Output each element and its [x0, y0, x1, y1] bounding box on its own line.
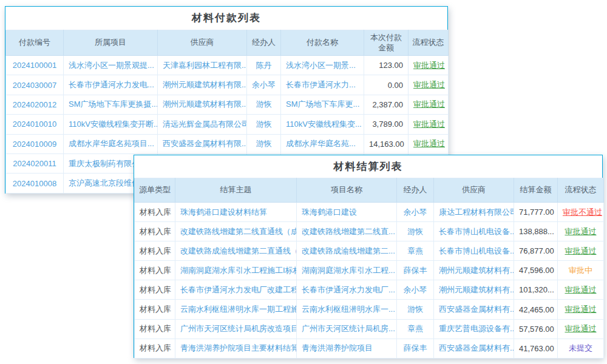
payment-supplier-cell: 天津嘉利园林工程有限...	[158, 56, 247, 75]
payment-header-row: 付款编号 所属项目 供应商 经办人 付款名称 本次付款金额 流程状态	[6, 30, 449, 56]
settlement-table-row: 材料入库广州市天河区统计局机房改造项目...广州市天河区统计局机房...章燕重庆…	[135, 319, 604, 339]
payment-supplier-cell: 潮州元顺建筑材料有限...	[158, 75, 247, 95]
settlement-status-cell[interactable]: 审批不通过	[558, 203, 604, 222]
col-header-settlement-subject: 结算主题	[175, 178, 297, 203]
settlement-source-type-cell: 材料入库	[135, 300, 175, 319]
payment-payment-name-cell[interactable]: 成都水岸华庭名苑...	[281, 134, 364, 153]
payment-id-cell[interactable]: 2024010008	[6, 174, 64, 193]
payment-status-cell[interactable]: 审批通过	[409, 115, 449, 134]
payment-id-cell[interactable]: 2024020012	[6, 95, 64, 114]
col-header-project-name: 项目名称	[297, 178, 397, 203]
settlement-supplier-cell: 长春市博山机电设备...	[434, 222, 514, 241]
settlement-table: 源单类型 结算主题 项目名称 经办人 供应商 结算金额 流程状态 材料入库珠海鹤…	[134, 178, 604, 359]
payment-list-title: 材料付款列表	[5, 7, 447, 30]
settlement-supplier-cell: 西安盛器金属材料有...	[434, 300, 514, 319]
settlement-table-row: 材料入库改建铁路线增建第二线直通线（成...改建铁路线增建第二线直...游恢长春…	[135, 222, 604, 241]
payment-payment-name-cell[interactable]: 110kV安徽线程集变...	[281, 115, 364, 134]
col-header-payment-amount: 本次付款金额	[364, 30, 409, 56]
settlement-subject-cell[interactable]: 改建铁路成渝线增建第二直通线（...	[175, 241, 297, 261]
settlement-subject-cell[interactable]: 长春市伊通河水力发电厂改建工程...	[175, 280, 297, 300]
payment-status-cell[interactable]: 审批通过	[409, 134, 449, 153]
settlement-project-cell: 珠海鹤港口建设	[297, 203, 397, 222]
settlement-amount-cell: 76,877.00	[514, 241, 558, 261]
payment-id-cell[interactable]: 2024010010	[6, 115, 64, 134]
settlement-supplier-cell: 重庆艺普电源设备有...	[434, 319, 514, 339]
settlement-subject-cell[interactable]: 改建铁路线增建第二线直通线（成...	[175, 222, 297, 241]
col-header-handler: 经办人	[397, 178, 434, 203]
settlement-subject-cell[interactable]: 广州市天河区统计局机房改造项目...	[175, 319, 297, 339]
settlement-project-cell: 广州市天河区统计局机房...	[297, 319, 397, 339]
payment-amount-cell: 14,163.00	[364, 134, 409, 153]
payment-handler-cell: 游恢	[247, 134, 281, 153]
settlement-table-row: 材料入库改建铁路成渝线增建第二直通线（...改建铁路成渝线增建第二...章燕长春…	[135, 241, 604, 261]
settlement-handler-cell: 余小琴	[397, 280, 434, 300]
settlement-list-panel: 材料结算列表 源单类型 结算主题 项目名称 经办人 供应商 结算金额 流程状态 …	[134, 155, 603, 358]
payment-project-cell: 浅水湾小区一期景观提...	[64, 56, 158, 75]
settlement-source-type-cell: 材料入库	[135, 203, 175, 222]
payment-project-cell: SM广场地下车库更换摄...	[64, 95, 158, 114]
settlement-status-cell[interactable]: 审批通过	[558, 300, 604, 319]
settlement-amount-cell: 71,777.00	[514, 203, 558, 222]
settlement-project-cell: 云南水利枢纽潜明水库一...	[297, 300, 397, 319]
settlement-project-cell: 改建铁路线增建第二线直...	[297, 222, 397, 241]
col-header-flow-status: 流程状态	[558, 178, 604, 203]
payment-payment-name-cell[interactable]: 浅水湾小区一期景...	[281, 56, 364, 75]
settlement-supplier-cell: 潮州元顺建筑材料有...	[434, 280, 514, 300]
settlement-subject-cell[interactable]: 湖南洞庭湖水库引水工程施工I标材...	[175, 261, 297, 280]
payment-handler-cell: 余小琴	[247, 75, 281, 95]
payment-payment-name-cell[interactable]: 长春市伊通河水力...	[281, 75, 364, 95]
settlement-project-cell: 青海洪湖养护院项目	[297, 339, 397, 358]
settlement-handler-cell: 章燕	[397, 241, 434, 261]
payment-amount-cell: 3,789.00	[364, 115, 409, 134]
settlement-source-type-cell: 材料入库	[135, 280, 175, 300]
payment-supplier-cell: 潮州元顺建筑材料有限...	[158, 95, 247, 114]
col-header-source-type: 源单类型	[135, 178, 175, 203]
settlement-supplier-cell: 长春市博山机电设备...	[434, 241, 514, 261]
settlement-status-cell[interactable]: 审批通过	[558, 280, 604, 300]
settlement-table-row: 材料入库长春市伊通河水力发电厂改建工程...长春市伊通河水力发电厂...余小琴潮…	[135, 280, 604, 300]
col-header-handler: 经办人	[247, 30, 281, 56]
payment-id-cell[interactable]: 2024030007	[6, 75, 64, 95]
settlement-status-cell[interactable]: 审批通过	[558, 222, 604, 241]
payment-handler-cell: 陈丹	[247, 56, 281, 75]
settlement-handler-cell: 薛保丰	[397, 339, 434, 358]
payment-project-cell: 成都水岸华庭名苑项目...	[64, 134, 158, 153]
settlement-table-row: 材料入库青海洪湖养护院项目主要材料结算青海洪湖养护院项目薛保丰西安盛器金属材料有…	[135, 339, 604, 358]
col-header-project: 所属项目	[64, 30, 158, 56]
payment-project-cell: 长春市伊通河水力发电...	[64, 75, 158, 95]
payment-id-cell[interactable]: 2024100001	[6, 56, 64, 75]
settlement-source-type-cell: 材料入库	[135, 241, 175, 261]
settlement-table-row: 材料入库珠海鹤港口建设材料结算珠海鹤港口建设余小琴康达工程材料有限公司71,77…	[135, 203, 604, 222]
payment-id-cell[interactable]: 2024020011	[6, 153, 64, 173]
settlement-status-cell[interactable]: 审批通过	[558, 319, 604, 339]
settlement-status-cell[interactable]: 未提交	[558, 339, 604, 358]
payment-supplier-cell: 清远光辉金属品有限公司	[158, 115, 247, 134]
settlement-subject-cell[interactable]: 青海洪湖养护院项目主要材料结算	[175, 339, 297, 358]
payment-supplier-cell: 西安盛器金属材料有限...	[158, 134, 247, 153]
settlement-table-body: 材料入库珠海鹤港口建设材料结算珠海鹤港口建设余小琴康达工程材料有限公司71,77…	[135, 203, 604, 359]
settlement-handler-cell: 游恢	[397, 222, 434, 241]
payment-status-cell[interactable]: 审批通过	[409, 56, 449, 75]
col-header-payment-name: 付款名称	[281, 30, 364, 56]
settlement-handler-cell: 余小琴	[397, 203, 434, 222]
payment-amount-cell: 2,387.00	[364, 95, 409, 114]
settlement-table-row: 材料入库湖南洞庭湖水库引水工程施工I标材...湖南洞庭湖水库引水工程...薛保丰…	[135, 261, 604, 280]
payment-handler-cell: 游恢	[247, 95, 281, 114]
settlement-table-row: 材料入库云南水利枢纽潜明水库一期工程施...云南水利枢纽潜明水库一...游恢西安…	[135, 300, 604, 319]
settlement-amount-cell: 57,576.00	[514, 319, 558, 339]
payment-payment-name-cell[interactable]: SM广场地下车库更...	[281, 95, 364, 114]
settlement-status-cell[interactable]: 审批通过	[558, 241, 604, 261]
payment-status-cell[interactable]: 审批通过	[409, 75, 449, 95]
settlement-handler-cell: 章燕	[397, 319, 434, 339]
settlement-subject-cell[interactable]: 云南水利枢纽潜明水库一期工程施...	[175, 300, 297, 319]
settlement-amount-cell: 41,763.00	[514, 339, 558, 358]
settlement-status-cell[interactable]: 审批中	[558, 261, 604, 280]
payment-status-cell[interactable]: 审批通过	[409, 95, 449, 114]
settlement-subject-cell[interactable]: 珠海鹤港口建设材料结算	[175, 203, 297, 222]
settlement-amount-cell: 42,465.00	[514, 300, 558, 319]
settlement-source-type-cell: 材料入库	[135, 222, 175, 241]
payment-amount-cell: 0.00	[364, 75, 409, 95]
settlement-source-type-cell: 材料入库	[135, 319, 175, 339]
col-header-supplier: 供应商	[434, 178, 514, 203]
payment-id-cell[interactable]: 2024010009	[6, 134, 64, 153]
